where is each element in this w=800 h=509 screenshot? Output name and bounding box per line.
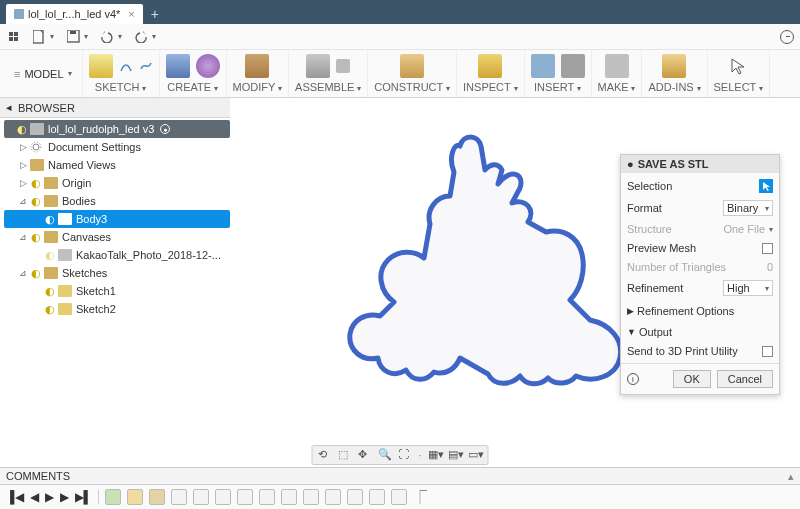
save-icon[interactable] (66, 30, 80, 44)
timeline-start-icon[interactable]: ▐◀ (6, 490, 24, 504)
ok-button[interactable]: OK (673, 370, 711, 388)
zoom-icon[interactable]: 🔍 (378, 448, 392, 462)
timeline-feature-icon[interactable] (171, 489, 187, 505)
row-preview-mesh: Preview Mesh (627, 242, 773, 254)
timeline-feature-icon[interactable] (259, 489, 275, 505)
timeline-feature-icon[interactable] (215, 489, 231, 505)
tree-item-sketch1[interactable]: ◐Sketch1 (4, 282, 230, 300)
tree-item-bodies[interactable]: ⊿◐Bodies (4, 192, 230, 210)
undo-icon[interactable] (100, 30, 114, 44)
quick-access-toolbar: ▾ ▾ ▾ ▾ (0, 24, 800, 50)
plane-icon[interactable] (400, 54, 424, 78)
browser-panel: ◂ BROWSER ⊿◐ lol_lol_rudolph_led v3 ● ▷D… (0, 98, 230, 320)
info-icon[interactable]: i (627, 373, 639, 385)
select-icon[interactable] (726, 54, 750, 78)
tree-item-origin[interactable]: ▷◐Origin (4, 174, 230, 192)
workspace-switcher[interactable]: ≡MODEL ▾ (4, 50, 83, 97)
arc-icon[interactable] (119, 59, 133, 73)
timeline-feature-icon[interactable] (369, 489, 385, 505)
section-output[interactable]: ▼Output (627, 324, 773, 338)
redo-icon[interactable] (134, 30, 148, 44)
save-as-stl-dialog: ● SAVE AS STL Selection Format Binary▾ S… (620, 154, 780, 395)
timeline-feature-icon[interactable] (347, 489, 363, 505)
attached-canvas-icon[interactable] (561, 54, 585, 78)
timeline-feature-icon[interactable] (149, 489, 165, 505)
section-refinement-options[interactable]: ▶Refinement Options (627, 303, 773, 317)
ribbon-group-modify: MODIFY ▾ (227, 50, 290, 97)
row-structure: Structure One File▾ (627, 223, 773, 235)
body-icon (58, 213, 72, 225)
orbit-icon[interactable]: ⟲ (318, 448, 332, 462)
rigid-icon[interactable] (336, 59, 350, 73)
joint-icon[interactable] (306, 54, 330, 78)
sketch-node-icon (58, 303, 72, 315)
ribbon-group-addins: ADD-INS ▾ (642, 50, 707, 97)
measure-icon[interactable] (478, 54, 502, 78)
tab-close-icon[interactable]: × (128, 8, 134, 20)
format-select[interactable]: Binary▾ (723, 200, 773, 216)
activate-icon[interactable]: ● (160, 124, 170, 134)
expand-comments-icon[interactable]: ▴ (788, 470, 794, 483)
ribbon-group-make: MAKE ▾ (592, 50, 643, 97)
fit-icon[interactable]: ⛶ (398, 448, 412, 462)
document-tab[interactable]: lol_lol_r...h_led v4* × (6, 4, 143, 24)
timeline-forward-icon[interactable]: ▶ (60, 490, 69, 504)
tree-item-sketch2[interactable]: ◐Sketch2 (4, 300, 230, 318)
sketch-icon[interactable] (89, 54, 113, 78)
ribbon-group-insert: INSERT ▾ (525, 50, 592, 97)
tree-item-sketches[interactable]: ⊿◐Sketches (4, 264, 230, 282)
timeline-feature-icon[interactable] (193, 489, 209, 505)
timeline-back-icon[interactable]: ◀ (30, 490, 39, 504)
tab-title: lol_lol_r...h_led v4* (28, 8, 120, 20)
tree-root[interactable]: ⊿◐ lol_lol_rudolph_led v3 ● (4, 120, 230, 138)
grid-settings-icon[interactable]: ▤▾ (448, 448, 462, 462)
tree-item-canvases[interactable]: ⊿◐Canvases (4, 228, 230, 246)
timeline-end-icon[interactable]: ▶▌ (75, 490, 93, 504)
timeline-feature-icon[interactable] (281, 489, 297, 505)
refinement-select[interactable]: High▾ (723, 280, 773, 296)
job-status-icon[interactable] (780, 30, 794, 44)
timeline-feature-icon[interactable] (303, 489, 319, 505)
timeline-feature-icon[interactable] (391, 489, 407, 505)
timeline-feature-icon[interactable] (105, 489, 121, 505)
presspull-icon[interactable] (245, 54, 269, 78)
viewport-icon[interactable]: ▭▾ (468, 448, 482, 462)
sphere-icon[interactable] (196, 54, 220, 78)
title-bar: lol_lol_r...h_led v4* × + (0, 0, 800, 24)
comments-bar[interactable]: COMMENTS ▴ (0, 467, 800, 485)
fusion-file-icon (14, 9, 24, 19)
tree-item-canvas-image[interactable]: ◐KakaoTalk_Photo_2018-12-... (4, 246, 230, 264)
spline-icon[interactable] (139, 59, 153, 73)
timeline-feature-icon[interactable] (237, 489, 253, 505)
decal-icon[interactable] (531, 54, 555, 78)
add-tab-button[interactable]: + (145, 4, 165, 24)
row-selection: Selection (627, 179, 773, 193)
tree-item-body3[interactable]: ◐Body3 (4, 210, 230, 228)
timeline-feature-icon[interactable] (127, 489, 143, 505)
send-3dprint-checkbox[interactable] (762, 346, 773, 357)
display-settings-icon[interactable]: ▦▾ (428, 448, 442, 462)
file-icon[interactable] (32, 30, 46, 44)
timeline-feature-icon[interactable] (325, 489, 341, 505)
ribbon-group-create: CREATE ▾ (160, 50, 227, 97)
look-at-icon[interactable]: ⬚ (338, 448, 352, 462)
ribbon-group-construct: CONSTRUCT ▾ (368, 50, 457, 97)
timeline-playhead-icon[interactable]: ⎾ (413, 489, 427, 505)
dialog-title-bar[interactable]: ● SAVE AS STL (621, 155, 779, 173)
print-icon[interactable] (605, 54, 629, 78)
tree-item-named-views[interactable]: ▷Named Views (4, 156, 230, 174)
cancel-button[interactable]: Cancel (717, 370, 773, 388)
tree-item-document-settings[interactable]: ▷Document Settings (4, 138, 230, 156)
browser-header[interactable]: ◂ BROWSER (0, 98, 230, 118)
data-panel-icon[interactable] (6, 30, 20, 44)
selection-cursor-icon[interactable] (759, 179, 773, 193)
collapse-icon[interactable]: ◂ (6, 101, 12, 114)
box-icon[interactable] (166, 54, 190, 78)
timeline-play-icon[interactable]: ▶ (45, 490, 54, 504)
ribbon-toolbar: ≡MODEL ▾ SKETCH ▾ CREATE ▾ MODIFY ▾ ASSE… (0, 50, 800, 98)
browser-title: BROWSER (18, 102, 75, 114)
row-format: Format Binary▾ (627, 200, 773, 216)
pan-icon[interactable]: ✥ (358, 448, 372, 462)
addins-icon[interactable] (662, 54, 686, 78)
preview-mesh-checkbox[interactable] (762, 243, 773, 254)
